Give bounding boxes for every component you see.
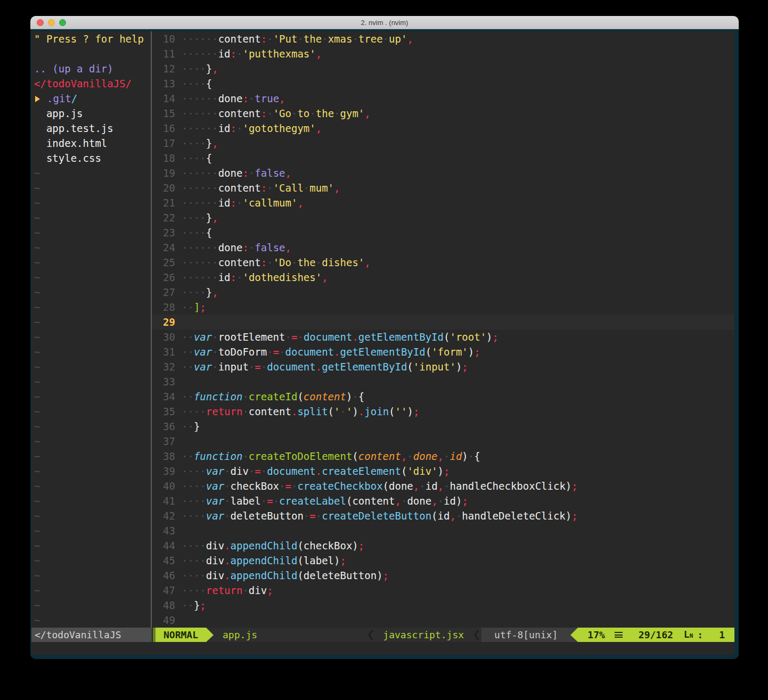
code-line[interactable]: 22····}, [152, 210, 734, 225]
code-line[interactable]: 28··]; [152, 300, 734, 315]
line-number: 35 [152, 404, 175, 419]
code-line[interactable]: 15······content:·'Go·to·the·gym', [152, 106, 734, 121]
cursor-position: 29/162 [639, 628, 673, 642]
code-line[interactable]: 11······id:·'putthexmas', [152, 46, 734, 61]
empty-buffer-tilde: ~ [31, 270, 151, 285]
code-line[interactable]: 38··function·createToDoElement(content,·… [152, 449, 734, 464]
code-line[interactable]: 23····{ [152, 225, 734, 240]
code-line[interactable]: 49 [152, 613, 734, 628]
line-number: 30 [152, 330, 175, 344]
code-line[interactable]: 13····{ [152, 76, 734, 91]
code-line[interactable]: 34··function·createId(content)·{ [152, 389, 734, 404]
code-line[interactable]: 45····div.appendChild(label); [152, 553, 734, 568]
line-number: 13 [152, 76, 175, 91]
code-line[interactable]: 26······id:·'dothedishes', [152, 270, 734, 285]
line-number: 20 [152, 180, 175, 195]
tree-item[interactable]: " Press ? for help [31, 31, 151, 46]
terminal-window: 2. nvim . (nvim) " Press ? for help.. (u… [30, 16, 739, 659]
empty-buffer-tilde: ~ [31, 508, 151, 523]
empty-buffer-tilde: ~ [31, 315, 151, 330]
tree-item[interactable] [31, 46, 151, 61]
line-number: 49 [152, 613, 175, 628]
line-number: 42 [152, 508, 175, 523]
code-line[interactable]: 14······done:·true, [152, 91, 734, 106]
statusline-encoding: utf-8[unix] [481, 628, 570, 642]
code-line[interactable]: 24······done:·false, [152, 240, 734, 255]
empty-buffer-tilde: ~ [31, 583, 151, 598]
code-line[interactable]: 35····return·content.split('·').join('')… [152, 404, 734, 419]
empty-buffer-tilde: ~ [31, 225, 151, 240]
code-line[interactable]: 40····var·checkBox·=·createCheckbox(done… [152, 479, 734, 493]
code-line[interactable]: 27····}, [152, 285, 734, 300]
empty-buffer-tilde: ~ [31, 493, 151, 508]
expand-arrow-icon [35, 96, 40, 102]
statusline-position-segment: 17% 29/162 LN : 1 [578, 628, 734, 642]
tree-item[interactable]: style.css [31, 151, 151, 166]
code-line[interactable]: 44····div.appendChild(checkBox); [152, 538, 734, 553]
tree-item[interactable]: app.js [31, 106, 151, 121]
line-number: 32 [152, 359, 175, 374]
empty-buffer-tilde: ~ [31, 210, 151, 225]
line-number: 41 [152, 493, 175, 508]
line-number: 36 [152, 419, 175, 434]
close-button[interactable] [37, 19, 44, 26]
code-line[interactable]: 10······content:·'Put·the·xmas·tree·up', [152, 31, 734, 46]
empty-buffer-tilde: ~ [31, 553, 151, 568]
line-number: 38 [152, 449, 175, 464]
command-line[interactable] [31, 642, 734, 655]
tree-item[interactable]: .git/ [31, 91, 151, 106]
code-line[interactable]: 43 [152, 523, 734, 538]
line-number: 44 [152, 538, 175, 553]
code-line[interactable]: 18····{ [152, 151, 734, 166]
tree-item[interactable]: index.html [31, 136, 151, 151]
line-number: 34 [152, 389, 175, 404]
tree-item[interactable]: </todoVanillaJS/ [31, 76, 151, 91]
chevron-left-icon [471, 628, 481, 642]
minimize-button[interactable] [48, 19, 55, 26]
line-number: 40 [152, 479, 175, 493]
tree-item[interactable]: app.test.js [31, 121, 151, 136]
code-line[interactable]: 29 [152, 315, 734, 330]
nerdtree-sidebar: " Press ? for help.. (up a dir)</todoVan… [31, 31, 152, 628]
titlebar[interactable]: 2. nvim . (nvim) [30, 16, 739, 29]
line-number: 14 [152, 91, 175, 106]
empty-buffer-tilde: ~ [31, 166, 151, 180]
code-line[interactable]: 41····var·label·=·createLabel(content,·d… [152, 493, 734, 508]
empty-buffer-tilde: ~ [31, 344, 151, 359]
code-line[interactable]: 37 [152, 434, 734, 449]
code-line[interactable]: 47····return·div; [152, 583, 734, 598]
zoom-button[interactable] [59, 19, 66, 26]
statusline-tree-path: </todoVanillaJS [31, 628, 152, 642]
empty-buffer-tilde: ~ [31, 523, 151, 538]
line-number: 43 [152, 523, 175, 538]
code-line[interactable]: 21······id:·'callmum', [152, 195, 734, 210]
code-line[interactable]: 12····}, [152, 61, 734, 76]
code-line[interactable]: 42····var·deleteButton·=·createDeleteBut… [152, 508, 734, 523]
code-line[interactable]: 25······content:·'Do·the·dishes', [152, 255, 734, 270]
line-number: 19 [152, 166, 175, 180]
tree-item[interactable]: .. (up a dir) [31, 61, 151, 76]
line-number: 37 [152, 434, 175, 449]
code-line[interactable]: 30··var·rootElement·=·document.getElemen… [152, 330, 734, 344]
code-line[interactable]: 16······id:·'gotothegym', [152, 121, 734, 136]
empty-buffer-tilde: ~ [31, 255, 151, 270]
code-line[interactable]: 39····var·div·=·document.createElement('… [152, 464, 734, 479]
terminal-content: " Press ? for help.. (up a dir)</todoVan… [30, 29, 739, 659]
cursor-column: 1 [719, 628, 725, 642]
empty-buffer-tilde: ~ [31, 464, 151, 479]
empty-buffer-tilde: ~ [31, 240, 151, 255]
line-number: 21 [152, 195, 175, 210]
code-line[interactable]: 46····div.appendChild(deleteButton); [152, 568, 734, 583]
code-line[interactable]: 31··var·toDoForm·=·document.getElementBy… [152, 344, 734, 359]
line-number: 47 [152, 583, 175, 598]
code-editor[interactable]: 10······content:·'Put·the·xmas·tree·up',… [152, 31, 734, 628]
code-line[interactable]: 36··} [152, 419, 734, 434]
code-line[interactable]: 20······content:·'Call·mum', [152, 180, 734, 195]
code-line[interactable]: 19······done:·false, [152, 166, 734, 180]
code-line[interactable]: 48··}; [152, 598, 734, 613]
statusline: </todoVanillaJS NORMAL app.js javascript… [31, 628, 734, 642]
empty-buffer-tilde: ~ [31, 434, 151, 449]
code-line[interactable]: 17····}, [152, 136, 734, 151]
code-line[interactable]: 33 [152, 374, 734, 389]
code-line[interactable]: 32··var·input·=·document.getElementById(… [152, 359, 734, 374]
